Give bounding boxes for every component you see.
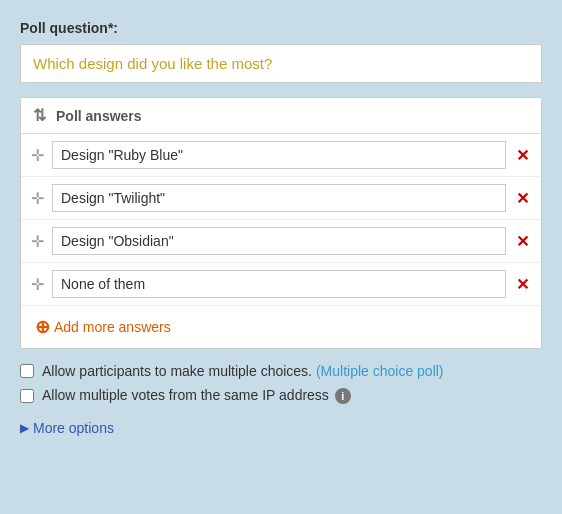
multiple-choice-label: Allow participants to make multiple choi…: [42, 363, 444, 379]
multiple-choice-checkbox[interactable]: [20, 364, 34, 378]
remove-button-2[interactable]: ✕: [514, 189, 531, 208]
multiple-choice-row: Allow participants to make multiple choi…: [20, 363, 542, 379]
remove-button-3[interactable]: ✕: [514, 232, 531, 251]
answer-input-4[interactable]: [52, 270, 506, 298]
drag-handle-3[interactable]: ✛: [31, 232, 44, 251]
more-options-label: More options: [33, 420, 114, 436]
chevron-right-icon: ▶: [20, 421, 29, 435]
poll-question-input[interactable]: [20, 44, 542, 83]
answer-input-3[interactable]: [52, 227, 506, 255]
remove-button-1[interactable]: ✕: [514, 146, 531, 165]
add-more-answers-link[interactable]: ⊕ Add more answers: [35, 316, 171, 338]
options-section: Allow participants to make multiple choi…: [20, 363, 542, 404]
more-options-link[interactable]: ▶ More options: [20, 420, 114, 436]
answer-row: ✛ ✕: [21, 177, 541, 220]
same-ip-label: Allow multiple votes from the same IP ad…: [42, 387, 351, 404]
add-more-row: ⊕ Add more answers: [21, 306, 541, 348]
answer-input-1[interactable]: [52, 141, 506, 169]
answer-input-2[interactable]: [52, 184, 506, 212]
more-options-row: ▶ More options: [20, 420, 542, 436]
info-icon[interactable]: i: [335, 388, 351, 404]
poll-answers-header: ⇅ Poll answers: [21, 98, 541, 134]
add-icon: ⊕: [35, 316, 50, 338]
drag-handle-2[interactable]: ✛: [31, 189, 44, 208]
drag-handle-1[interactable]: ✛: [31, 146, 44, 165]
remove-button-4[interactable]: ✕: [514, 275, 531, 294]
multiple-choice-note: (Multiple choice poll): [316, 363, 444, 379]
answer-row: ✛ ✕: [21, 134, 541, 177]
sort-icon: ⇅: [33, 106, 46, 125]
poll-answers-section: ⇅ Poll answers ✛ ✕ ✛ ✕ ✛ ✕ ✛ ✕ ⊕: [20, 97, 542, 349]
drag-handle-4[interactable]: ✛: [31, 275, 44, 294]
same-ip-checkbox[interactable]: [20, 389, 34, 403]
same-ip-row: Allow multiple votes from the same IP ad…: [20, 387, 542, 404]
poll-question-label: Poll question*:: [20, 20, 542, 36]
answer-row: ✛ ✕: [21, 220, 541, 263]
add-more-label: Add more answers: [54, 319, 171, 335]
poll-answers-label: Poll answers: [56, 108, 142, 124]
poll-form: Poll question*: ⇅ Poll answers ✛ ✕ ✛ ✕ ✛…: [20, 20, 542, 436]
answer-row: ✛ ✕: [21, 263, 541, 306]
